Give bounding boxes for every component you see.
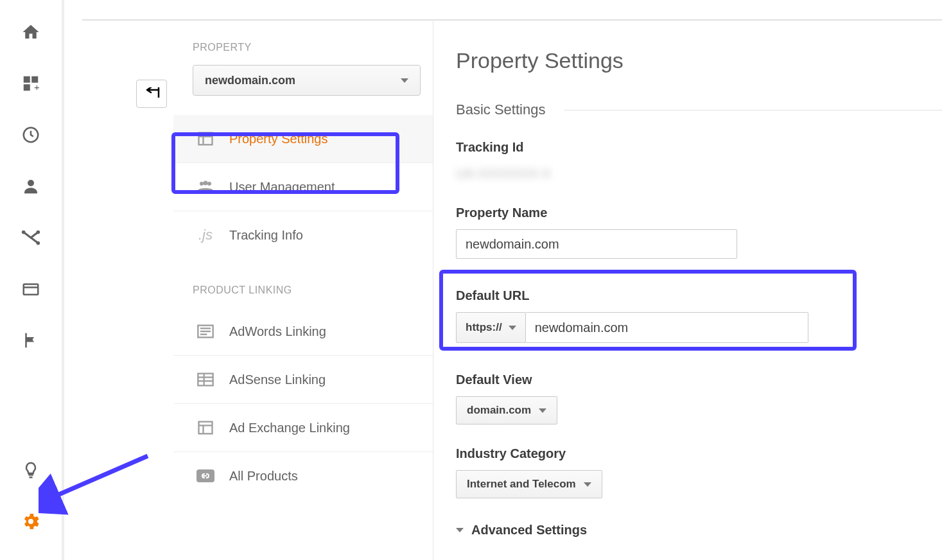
flag-icon[interactable] [17, 326, 45, 354]
industry-field: Industry Category Internet and Telecom [456, 446, 942, 498]
svg-rect-0 [24, 76, 30, 83]
grid-icon [196, 370, 215, 389]
chevron-down-icon [401, 78, 408, 83]
svg-text:+: + [34, 82, 40, 92]
behavior-icon[interactable] [17, 275, 45, 303]
nav-item-label: All Products [229, 469, 298, 484]
nav-item-label: Tracking Info [229, 228, 303, 243]
property-name-label: Property Name [456, 206, 942, 220]
home-icon[interactable] [17, 18, 45, 46]
nav-item-label: Property Settings [229, 132, 327, 146]
default-url-label: Default URL [456, 288, 942, 303]
property-name-field: Property Name [456, 206, 942, 259]
property-column: PROPERTY newdomain.com Property Settings… [173, 19, 433, 560]
tracking-id-value: UA-XXXXXXX-X [456, 164, 942, 184]
nav-item-label: AdWords Linking [229, 324, 326, 339]
default-url-input[interactable] [526, 312, 808, 343]
property-nav-list: Property Settings User Management .js Tr… [173, 115, 433, 259]
svg-rect-9 [24, 284, 39, 295]
property-name-input[interactable] [456, 229, 737, 259]
chevron-down-icon [584, 482, 591, 487]
svg-rect-23 [198, 374, 213, 386]
link-icon [196, 466, 215, 486]
list-icon [196, 322, 215, 341]
users-icon [196, 177, 215, 197]
user-icon[interactable] [17, 172, 45, 200]
nav-item-all-products[interactable]: All Products [173, 452, 433, 500]
nav-item-user-management[interactable]: User Management [173, 163, 433, 211]
chevron-down-icon [456, 528, 464, 532]
svg-line-11 [51, 456, 148, 498]
chevron-down-icon [539, 408, 546, 413]
bulb-icon[interactable] [17, 456, 45, 484]
svg-point-5 [28, 180, 34, 186]
svg-point-7 [37, 231, 40, 234]
svg-point-16 [200, 182, 204, 186]
nav-item-label: User Management [229, 180, 335, 195]
nav-item-adwords[interactable]: AdWords Linking [173, 308, 433, 356]
protocol-selector[interactable]: https:// [456, 312, 526, 343]
property-section-label: PROPERTY [173, 42, 433, 53]
property-selector-value: newdomain.com [205, 74, 295, 87]
tracking-id-label: Tracking Id [456, 140, 942, 155]
gear-icon[interactable] [17, 507, 45, 536]
advanced-settings-toggle[interactable]: Advanced Settings [456, 523, 942, 538]
window-icon [196, 418, 215, 437]
tracking-id-field: Tracking Id UA-XXXXXXX-X [456, 140, 942, 184]
chevron-down-icon [509, 326, 516, 330]
industry-selector[interactable]: Internet and Telecom [456, 470, 602, 498]
svg-rect-2 [24, 84, 30, 91]
product-linking-label: PRODUCT LINKING [173, 284, 433, 296]
default-view-field: Default View domain.com [456, 372, 942, 424]
default-view-label: Default View [456, 372, 942, 387]
basic-settings-heading: Basic Settings [456, 101, 942, 118]
clock-icon[interactable] [17, 121, 45, 149]
nav-item-label: Ad Exchange Linking [229, 421, 350, 435]
nav-item-adsense[interactable]: AdSense Linking [173, 356, 433, 404]
nav-item-property-settings[interactable]: Property Settings [173, 115, 433, 163]
conversions-icon[interactable] [17, 223, 45, 252]
property-selector[interactable]: newdomain.com [193, 65, 421, 96]
default-url-field: Default URL https:// [456, 288, 942, 343]
nav-item-label: AdSense Linking [229, 372, 326, 387]
svg-rect-27 [199, 422, 213, 434]
svg-point-17 [204, 181, 208, 186]
js-icon: .js [196, 225, 215, 245]
back-button[interactable] [136, 80, 167, 108]
svg-rect-13 [199, 133, 213, 145]
nav-item-adexchange[interactable]: Ad Exchange Linking [173, 404, 433, 452]
nav-item-tracking-info[interactable]: .js Tracking Info [173, 211, 433, 259]
default-view-selector[interactable]: domain.com [456, 396, 557, 424]
page-title: Property Settings [456, 48, 942, 73]
left-navigation-rail: + [0, 0, 64, 560]
dashboard-icon[interactable]: + [17, 69, 45, 98]
window-icon [196, 129, 215, 148]
svg-point-18 [207, 182, 211, 186]
svg-point-8 [37, 241, 40, 245]
industry-label: Industry Category [456, 446, 942, 461]
settings-panel: Property Settings Basic Settings Trackin… [456, 19, 942, 560]
